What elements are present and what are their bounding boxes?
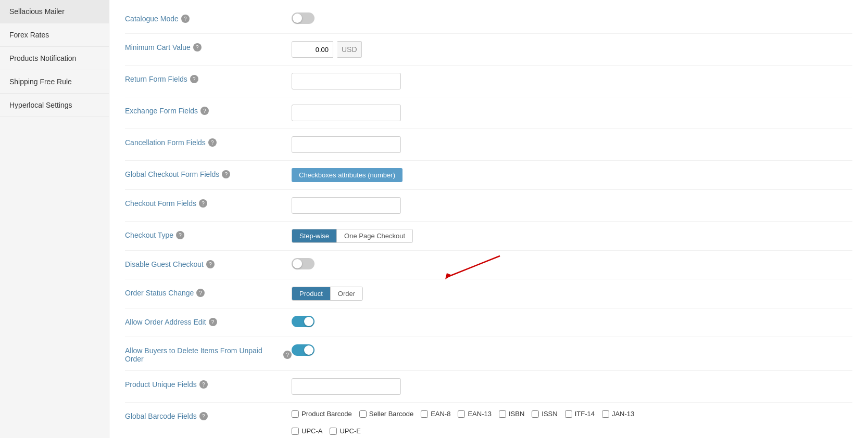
currency-label-minimum-cart-value: USD xyxy=(337,41,362,58)
checkbox-item-upc-a[interactable]: UPC-A xyxy=(292,427,322,435)
checkbox-item-product-barcode[interactable]: Product Barcode xyxy=(292,410,352,418)
form-control-checkout-type: Step-wiseOne Page Checkout xyxy=(292,229,852,243)
form-control-cancellation-form-fields xyxy=(292,136,852,153)
form-control-catalogue-mode xyxy=(292,12,852,24)
toggle-disable-guest-checkout[interactable] xyxy=(292,258,315,269)
form-label-allow-order-address-edit: Allow Order Address Edit? xyxy=(125,316,292,326)
checkbox-item-ean-8[interactable]: EAN-8 xyxy=(421,410,450,418)
help-icon-exchange-form-fields[interactable]: ? xyxy=(200,107,209,115)
checkbox-isbn[interactable] xyxy=(499,410,506,418)
help-icon-allow-order-address-edit[interactable]: ? xyxy=(209,318,217,326)
form-label-global-barcode-fields: Global Barcode Fields? xyxy=(125,410,292,420)
toggle-allow-order-address-edit[interactable] xyxy=(292,316,315,327)
form-row-cancellation-form-fields: Cancellation Form Fields? xyxy=(125,129,852,161)
help-icon-order-status-change[interactable]: ? xyxy=(196,289,205,297)
checkbox-item-upc-e[interactable]: UPC-E xyxy=(330,427,360,435)
barcode-row-2: UPC-AUPC-E xyxy=(292,427,710,435)
form-label-disable-guest-checkout: Disable Guest Checkout? xyxy=(125,258,292,268)
svg-marker-1 xyxy=(445,273,452,279)
btn-group-option-checkout-type-1[interactable]: One Page Checkout xyxy=(336,229,412,242)
input-return-form-fields[interactable] xyxy=(292,73,401,89)
form-control-allow-order-address-edit xyxy=(292,316,852,327)
sidebar-item-hyperlocal-settings[interactable]: Hyperlocal Settings xyxy=(0,94,109,117)
help-icon-return-form-fields[interactable]: ? xyxy=(190,75,198,83)
form-label-checkout-form-fields: Checkout Form Fields? xyxy=(125,197,292,208)
sidebar-item-forex-rates[interactable]: Forex Rates xyxy=(0,23,109,47)
checkbox-item-jan-13[interactable]: JAN-13 xyxy=(602,410,634,418)
form-row-global-barcode-fields: Global Barcode Fields?Product BarcodeSel… xyxy=(125,403,852,438)
toggle-allow-buyers-delete[interactable] xyxy=(292,344,315,356)
btn-group-option-order-status-change-1[interactable]: Order xyxy=(330,287,362,300)
main-content: Catalogue Mode?Minimum Cart Value?USDRet… xyxy=(109,0,868,438)
btn-group-option-order-status-change-0[interactable]: Product xyxy=(292,287,330,300)
form-control-order-status-change: ProductOrder xyxy=(292,287,852,301)
input-cancellation-form-fields[interactable] xyxy=(292,136,401,153)
form-row-checkout-type: Checkout Type?Step-wiseOne Page Checkout xyxy=(125,222,852,251)
checkbox-item-isbn[interactable]: ISBN xyxy=(499,410,524,418)
input-product-unique-fields[interactable] xyxy=(292,378,401,395)
sidebar-item-products-notification[interactable]: Products Notification xyxy=(0,47,109,70)
form-control-disable-guest-checkout xyxy=(292,258,852,269)
form-label-cancellation-form-fields: Cancellation Form Fields? xyxy=(125,136,292,147)
btn-group-checkout-type: Step-wiseOne Page Checkout xyxy=(292,229,413,243)
checkbox-item-itf-14[interactable]: ITF-14 xyxy=(565,410,595,418)
help-icon-catalogue-mode[interactable]: ? xyxy=(181,15,190,23)
checkbox-itf-14[interactable] xyxy=(565,410,572,418)
form-row-global-checkout-form-fields: Global Checkout Form Fields?Checkboxes a… xyxy=(125,161,852,190)
form-row-allow-order-address-edit: Allow Order Address Edit? xyxy=(125,308,852,337)
sidebar-item-sellacious-mailer[interactable]: Sellacious Mailer xyxy=(0,0,109,23)
form-row-checkout-form-fields: Checkout Form Fields? xyxy=(125,190,852,222)
form-row-order-status-change: Order Status Change?ProductOrder xyxy=(125,279,852,308)
form-row-minimum-cart-value: Minimum Cart Value?USD xyxy=(125,34,852,66)
barcode-fields: Product BarcodeSeller BarcodeEAN-8EAN-13… xyxy=(292,410,710,435)
checkbox-jan-13[interactable] xyxy=(602,410,609,418)
form-label-allow-buyers-delete: Allow Buyers to Delete Items From Unpaid… xyxy=(125,344,292,363)
form-row-product-unique-fields: Product Unique Fields? xyxy=(125,371,852,403)
form-control-allow-buyers-delete xyxy=(292,344,852,356)
form-control-product-unique-fields xyxy=(292,378,852,395)
help-icon-product-unique-fields[interactable]: ? xyxy=(199,380,208,389)
input-exchange-form-fields[interactable] xyxy=(292,105,401,121)
form-control-global-barcode-fields: Product BarcodeSeller BarcodeEAN-8EAN-13… xyxy=(292,410,852,435)
form-row-disable-guest-checkout: Disable Guest Checkout? xyxy=(125,251,852,279)
btn-group-option-checkout-type-0[interactable]: Step-wise xyxy=(292,229,336,242)
barcode-row-1: Product BarcodeSeller BarcodeEAN-8EAN-13… xyxy=(292,410,710,418)
checkbox-item-seller-barcode[interactable]: Seller Barcode xyxy=(359,410,413,418)
checkbox-issn[interactable] xyxy=(532,410,539,418)
toggle-catalogue-mode[interactable] xyxy=(292,12,315,24)
help-icon-checkout-form-fields[interactable]: ? xyxy=(199,199,207,208)
checkbox-ean-8[interactable] xyxy=(421,410,428,418)
form-control-exchange-form-fields xyxy=(292,105,852,121)
checkbox-item-issn[interactable]: ISSN xyxy=(532,410,557,418)
form-label-catalogue-mode: Catalogue Mode? xyxy=(125,12,292,23)
input-minimum-cart-value[interactable] xyxy=(292,41,333,58)
help-icon-disable-guest-checkout[interactable]: ? xyxy=(206,260,215,268)
help-icon-cancellation-form-fields[interactable]: ? xyxy=(208,138,217,147)
help-icon-global-checkout-form-fields[interactable]: ? xyxy=(222,170,230,178)
form-label-order-status-change: Order Status Change? xyxy=(125,287,292,297)
checkbox-seller-barcode[interactable] xyxy=(359,410,367,418)
checkbox-upc-a[interactable] xyxy=(292,428,299,435)
help-icon-checkout-type[interactable]: ? xyxy=(176,231,184,239)
checkbox-item-ean-13[interactable]: EAN-13 xyxy=(458,410,492,418)
checkbox-upc-e[interactable] xyxy=(330,428,337,435)
help-icon-allow-buyers-delete[interactable]: ? xyxy=(283,351,292,359)
form-control-minimum-cart-value: USD xyxy=(292,41,852,58)
form-control-return-form-fields xyxy=(292,73,852,89)
form-label-minimum-cart-value: Minimum Cart Value? xyxy=(125,41,292,51)
form-row-catalogue-mode: Catalogue Mode? xyxy=(125,5,852,34)
input-checkout-form-fields[interactable] xyxy=(292,197,401,214)
btn-group-order-status-change: ProductOrder xyxy=(292,287,363,301)
sidebar: Sellacious MailerForex RatesProducts Not… xyxy=(0,0,109,438)
form-row-allow-buyers-delete: Allow Buyers to Delete Items From Unpaid… xyxy=(125,337,852,371)
help-icon-global-barcode-fields[interactable]: ? xyxy=(199,412,208,420)
form-control-checkout-form-fields xyxy=(292,197,852,214)
checkbox-product-barcode[interactable] xyxy=(292,410,299,418)
checkbox-ean-13[interactable] xyxy=(458,410,465,418)
button-global-checkout-form-fields[interactable]: Checkboxes attributes (number) xyxy=(292,168,402,182)
form-label-exchange-form-fields: Exchange Form Fields? xyxy=(125,105,292,115)
form-row-return-form-fields: Return Form Fields? xyxy=(125,66,852,97)
help-icon-minimum-cart-value[interactable]: ? xyxy=(193,43,202,51)
form-label-product-unique-fields: Product Unique Fields? xyxy=(125,378,292,389)
sidebar-item-shipping-free-rule[interactable]: Shipping Free Rule xyxy=(0,70,109,94)
